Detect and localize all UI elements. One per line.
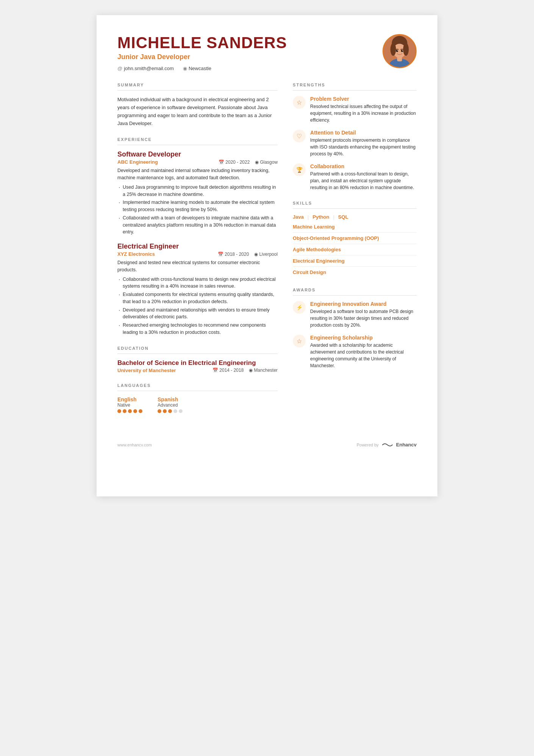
lang-dots-english	[117, 409, 142, 413]
award-icon-2: ☆	[293, 335, 306, 347]
email-icon: @	[117, 66, 122, 71]
svg-point-4	[403, 43, 409, 56]
pin-icon-edu: ◉	[249, 368, 253, 373]
exp-location-1: ◉ Glasgow	[255, 160, 278, 165]
footer: www.enhancv.com Powered by Enhancv	[117, 438, 417, 448]
bullet-1-2: Implemented machine learning models to a…	[117, 199, 278, 213]
bullet-1-3: Collaborated with a team of developers t…	[117, 214, 278, 236]
awards-section: AWARDS ⚡ Engineering Innovation Award De…	[293, 288, 417, 369]
lightbulb-icon: ♡	[297, 133, 302, 140]
awards-divider	[293, 295, 417, 296]
bullet-1-1: Used Java programming to improve fault d…	[117, 184, 278, 198]
bullet-2-4: Researched emerging technologies to reco…	[117, 322, 278, 336]
skill-ml: Machine Learning	[293, 221, 417, 233]
edu-dates-1: 📅 2014 - 2018	[212, 368, 244, 373]
footer-website: www.enhancv.com	[117, 443, 152, 447]
dot-en-4	[133, 409, 137, 413]
email-value: john.smith@email.com	[124, 66, 174, 71]
pin-icon-1: ◉	[255, 160, 259, 165]
svg-point-10	[402, 50, 403, 51]
skills-title: SKILLS	[293, 201, 417, 205]
award-name-2: Engineering Scholarship	[310, 335, 417, 341]
skills-section: SKILLS Java | Python | SQL Machine Learn…	[293, 201, 417, 278]
svg-point-8	[401, 50, 403, 52]
dot-en-3	[128, 409, 132, 413]
award-desc-1: Developed a software tool to automate PC…	[310, 308, 417, 329]
dot-en-1	[117, 409, 121, 413]
skills-inline: Java | Python | SQL	[293, 214, 417, 220]
strength-3: 🏆 Collaboration Partnered with a cross-f…	[293, 163, 417, 191]
languages-row: English Native Spanish Advanced	[117, 396, 278, 413]
svg-rect-6	[397, 56, 402, 61]
svg-point-7	[396, 50, 398, 52]
strength-2: ♡ Attention to Detail Implement protocol…	[293, 130, 417, 157]
exp-entry-1: Software Developer ABC Engineering 📅 202…	[117, 150, 278, 236]
lang-level-spanish: Advanced	[158, 402, 183, 408]
calendar-icon-edu: 📅	[212, 368, 218, 373]
exp-desc-2: Designed and tested new electrical syste…	[117, 259, 278, 274]
bullet-2-1: Collaborated with cross-functional teams…	[117, 276, 278, 290]
location-icon: ◉	[183, 66, 187, 71]
strength-name-3: Collaboration	[310, 163, 417, 169]
edu-meta-1: University of Manchester 📅 2014 - 2018 ◉…	[117, 368, 278, 373]
left-column: SUMMARY Motivated individual with a back…	[117, 83, 278, 423]
award-desc-2: Awarded with a scholarship for academic …	[310, 342, 417, 369]
skill-python: Python	[312, 214, 329, 220]
strength-desc-3: Partnered with a cross-functional team t…	[310, 171, 417, 191]
award-name-1: Engineering Innovation Award	[310, 301, 417, 307]
awards-title: AWARDS	[293, 288, 417, 292]
skill-sep-2: |	[333, 214, 334, 220]
languages-section: LANGUAGES English Native	[117, 383, 278, 413]
calendar-icon-2: 📅	[218, 252, 223, 257]
skills-divider	[293, 208, 417, 209]
lang-name-english: English	[117, 396, 142, 402]
skill-ee: Electrical Engineering	[293, 255, 417, 267]
contact-row: @ john.smith@email.com ◉ Newcastle	[117, 66, 287, 71]
strength-desc-1: Resolved technical issues affecting the …	[310, 103, 417, 124]
strength-icon-3: 🏆	[293, 163, 306, 176]
powered-by-label: Powered by	[357, 443, 379, 447]
skill-cd: Circuit Design	[293, 267, 417, 278]
dot-es-1	[158, 409, 161, 413]
language-spanish: Spanish Advanced	[158, 396, 183, 413]
dot-es-5	[179, 409, 183, 413]
exp-title-1: Software Developer	[117, 150, 278, 158]
dot-en-5	[139, 409, 142, 413]
exp-meta-right-1: 📅 2020 - 2022 ◉ Glasgow	[219, 160, 278, 165]
lang-name-spanish: Spanish	[158, 396, 183, 402]
skill-agile: Agile Methodologies	[293, 244, 417, 255]
strength-content-1: Problem Solver Resolved technical issues…	[310, 96, 417, 124]
svg-point-3	[390, 43, 396, 56]
bullet-2-2: Evaluated components for electrical syst…	[117, 291, 278, 305]
strength-name-1: Problem Solver	[310, 96, 417, 102]
skill-oop: Object-Oriented Programming (OOP)	[293, 233, 417, 244]
skill-sep-1: |	[308, 214, 309, 220]
experience-divider	[117, 145, 278, 145]
dot-es-2	[163, 409, 167, 413]
lightning-icon: ⚡	[296, 304, 303, 310]
star-icon: ☆	[297, 99, 302, 106]
edu-entry-1: Bachelor of Science in Electrical Engine…	[117, 359, 278, 373]
exp-meta-right-2: 📅 2018 - 2020 ◉ Liverpool	[218, 252, 278, 257]
resume-page: MICHELLE SANDERS Junior Java Developer @…	[97, 15, 437, 496]
award-content-1: Engineering Innovation Award Developed a…	[310, 301, 417, 329]
exp-company-2: XYZ Electronics	[117, 251, 155, 257]
bullet-2-3: Developed and maintained relationships w…	[117, 307, 278, 321]
strength-content-3: Collaboration Partnered with a cross-fun…	[310, 163, 417, 191]
avatar	[383, 34, 417, 68]
enhancv-brand-name: Enhancv	[396, 442, 417, 448]
header: MICHELLE SANDERS Junior Java Developer @…	[117, 34, 417, 71]
award-1: ⚡ Engineering Innovation Award Developed…	[293, 301, 417, 329]
lang-level-english: Native	[117, 402, 142, 408]
strengths-section: STRENGTHS ☆ Problem Solver Resolved tech…	[293, 83, 417, 191]
skill-java: Java	[293, 214, 304, 220]
dot-es-3	[168, 409, 172, 413]
exp-entry-2: Electrical Engineer XYZ Electronics 📅 20…	[117, 243, 278, 336]
award-2: ☆ Engineering Scholarship Awarded with a…	[293, 335, 417, 369]
languages-divider	[117, 391, 278, 391]
exp-meta-1: ABC Engineering 📅 2020 - 2022 ◉ Glasgow	[117, 159, 278, 165]
strength-name-2: Attention to Detail	[310, 130, 417, 136]
enhancv-logo-icon	[382, 442, 393, 448]
strengths-title: STRENGTHS	[293, 83, 417, 87]
avatar-svg	[384, 34, 415, 68]
